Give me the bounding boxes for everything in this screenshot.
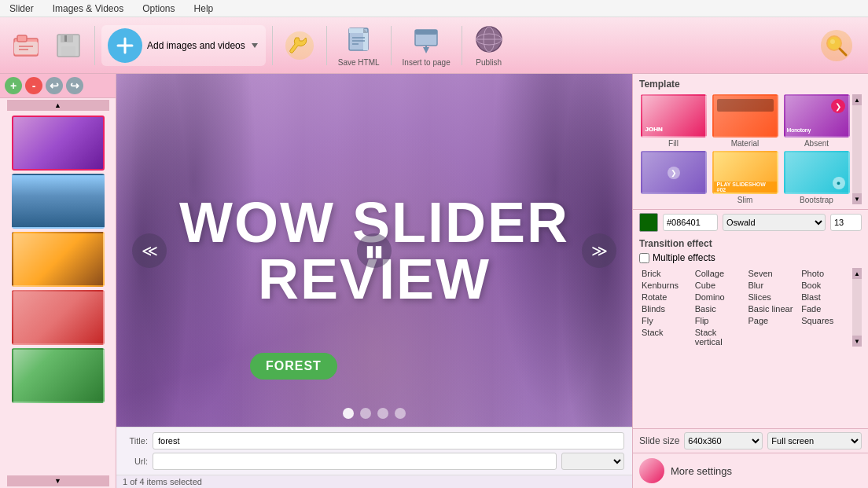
redo-button[interactable]: ↪ bbox=[66, 77, 83, 94]
dot-4[interactable] bbox=[395, 408, 406, 419]
slide-size-row: Slide size 640x360 800x450 1024x576 Full… bbox=[633, 428, 868, 453]
effect-blast[interactable]: Blast bbox=[799, 292, 852, 303]
publish-button[interactable]: Publish bbox=[469, 20, 509, 70]
insert-button[interactable]: Insert to page bbox=[398, 20, 455, 70]
save-html-icon bbox=[343, 24, 374, 55]
effect-seven[interactable]: Seven bbox=[746, 268, 800, 279]
svg-rect-20 bbox=[415, 30, 437, 35]
scroll-up-button[interactable]: ▲ bbox=[7, 100, 109, 111]
effect-kenburns[interactable]: Kenburns bbox=[639, 280, 693, 291]
main-content: + - ↩ ↪ ▲ ▼ WOW SLIDER REVIEW FOREST bbox=[0, 74, 868, 488]
template-bootstrap[interactable]: ● Bootstrap bbox=[782, 151, 851, 204]
slide-size-label: Slide size bbox=[639, 435, 679, 446]
effect-rotate[interactable]: Rotate bbox=[639, 292, 693, 303]
effect-stack[interactable]: Stack bbox=[639, 327, 693, 347]
slide-next-button[interactable]: ≫ bbox=[582, 233, 616, 268]
template-label-slim: Slim bbox=[737, 196, 752, 204]
slide-thumb-5[interactable] bbox=[12, 348, 105, 403]
toolbar-separator-2 bbox=[272, 26, 273, 65]
effect-cube[interactable]: Cube bbox=[693, 280, 746, 291]
effect-fly[interactable]: Fly bbox=[639, 315, 693, 326]
more-settings-label: More settings bbox=[671, 465, 732, 477]
slide-panel: + - ↩ ↪ ▲ ▼ bbox=[0, 74, 116, 488]
slide-thumb-1[interactable] bbox=[12, 116, 105, 171]
template-scroll-down[interactable]: ▼ bbox=[852, 193, 862, 204]
url-label: Url: bbox=[124, 457, 148, 466]
menu-images-videos[interactable]: Images & Videos bbox=[50, 2, 127, 16]
color-hex-input[interactable] bbox=[663, 214, 718, 231]
template-title: Template bbox=[639, 79, 862, 90]
slide-size-select[interactable]: 640x360 800x450 1024x576 bbox=[684, 432, 763, 449]
effect-book[interactable]: Book bbox=[799, 280, 852, 291]
font-size-input[interactable] bbox=[830, 214, 862, 231]
save-html-button[interactable]: Save HTML bbox=[333, 20, 384, 70]
color-font-row: Oswald Arial Georgia bbox=[633, 210, 868, 235]
save-button-toolbar[interactable] bbox=[49, 28, 88, 64]
url-target-select[interactable] bbox=[561, 453, 624, 470]
toolbar-separator-3 bbox=[326, 26, 327, 65]
undo-button[interactable]: ↩ bbox=[46, 77, 63, 94]
slide-thumb-3[interactable] bbox=[12, 232, 105, 287]
slide-prev-button[interactable]: ≪ bbox=[132, 233, 167, 268]
multiple-effects-checkbox[interactable] bbox=[639, 253, 649, 263]
multiple-effects-label: Multiple effects bbox=[653, 252, 715, 263]
template-scroll-up[interactable]: ▲ bbox=[852, 94, 862, 105]
template-grid: JOHN Fill Material Monotony bbox=[639, 94, 851, 204]
insert-icon bbox=[410, 24, 442, 55]
slide-pause-button[interactable]: ▮▮ bbox=[357, 233, 392, 268]
slide-thumbnails bbox=[0, 112, 116, 474]
fullscreen-select[interactable]: Full screen Fixed size Responsive bbox=[767, 432, 862, 449]
toolbar: Add images and videos Save HTML bbox=[0, 17, 868, 74]
effects-scroll-down[interactable]: ▼ bbox=[852, 336, 862, 347]
more-settings-row[interactable]: More settings bbox=[633, 453, 868, 488]
font-family-select[interactable]: Oswald Arial Georgia bbox=[723, 214, 826, 231]
template-label-absent: Absent bbox=[804, 139, 829, 148]
effect-fade[interactable]: Fade bbox=[799, 303, 852, 314]
effect-blur[interactable]: Blur bbox=[746, 280, 800, 291]
effect-basic-linear[interactable]: Basic linear bbox=[746, 303, 800, 314]
search-button[interactable] bbox=[815, 25, 859, 66]
effect-blinds[interactable]: Blinds bbox=[639, 303, 693, 314]
template-fill[interactable]: JOHN Fill bbox=[639, 94, 708, 148]
forest-badge: FOREST bbox=[250, 353, 337, 380]
effects-scroll-up[interactable]: ▲ bbox=[852, 268, 862, 279]
template-label-fill: Fill bbox=[668, 139, 679, 148]
effect-brick[interactable]: Brick bbox=[639, 268, 693, 279]
template-4[interactable]: ❯ bbox=[639, 151, 708, 204]
template-slim[interactable]: PLAY SLIDESHOW #02 Slim bbox=[711, 151, 779, 204]
effect-domino[interactable]: Domino bbox=[693, 292, 746, 303]
effect-slices[interactable]: Slices bbox=[746, 292, 800, 303]
transition-section: Transition effect Multiple effects Brick… bbox=[633, 235, 868, 428]
effect-collage[interactable]: Collage bbox=[693, 268, 746, 279]
slide-dots bbox=[343, 408, 406, 419]
effect-basic[interactable]: Basic bbox=[693, 303, 746, 314]
dot-3[interactable] bbox=[377, 408, 388, 419]
template-absent[interactable]: Monotony ❯ Absent bbox=[782, 94, 851, 148]
remove-slide-button[interactable]: - bbox=[25, 77, 42, 94]
effect-squares[interactable]: Squares bbox=[799, 315, 852, 326]
menu-slider[interactable]: Slider bbox=[6, 2, 37, 16]
effect-stack-vertical[interactable]: Stack vertical bbox=[693, 327, 746, 347]
effect-photo[interactable]: Photo bbox=[799, 268, 852, 279]
menu-options[interactable]: Options bbox=[139, 2, 178, 16]
slide-thumb-4[interactable] bbox=[12, 290, 105, 345]
tools-button[interactable] bbox=[279, 27, 320, 64]
template-thumb-4: ❯ bbox=[641, 151, 707, 194]
effect-page[interactable]: Page bbox=[746, 315, 800, 326]
effect-flip[interactable]: Flip bbox=[693, 315, 746, 326]
open-button[interactable] bbox=[6, 28, 46, 64]
menu-help[interactable]: Help bbox=[191, 2, 217, 16]
dot-2[interactable] bbox=[360, 408, 371, 419]
toolbar-separator-1 bbox=[94, 26, 95, 65]
template-material[interactable]: Material bbox=[711, 94, 779, 148]
color-picker[interactable] bbox=[639, 213, 658, 232]
dot-1[interactable] bbox=[343, 408, 354, 419]
add-images-button[interactable]: Add images and videos bbox=[101, 25, 266, 66]
title-input[interactable] bbox=[153, 432, 624, 449]
add-slide-button[interactable]: + bbox=[5, 77, 22, 94]
scroll-down-button[interactable]: ▼ bbox=[7, 475, 109, 486]
slide-thumb-2[interactable] bbox=[12, 174, 105, 229]
url-input[interactable] bbox=[153, 453, 557, 470]
template-label-material: Material bbox=[731, 139, 760, 148]
template-label-bootstrap: Bootstrap bbox=[800, 196, 833, 204]
